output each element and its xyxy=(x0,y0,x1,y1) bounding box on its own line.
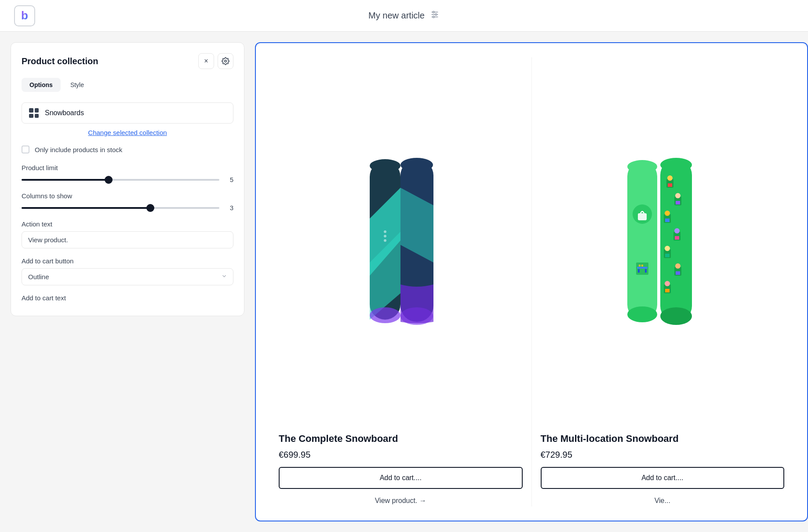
svg-rect-24 xyxy=(641,265,643,266)
columns-value: 3 xyxy=(226,204,233,211)
svg-point-14 xyxy=(400,158,433,172)
product-image-2 xyxy=(541,57,785,424)
svg-point-50 xyxy=(665,281,670,286)
svg-rect-39 xyxy=(665,219,670,222)
product-card-1: SHOFY The Complete Snowboard €699.95 Add… xyxy=(270,57,531,506)
svg-point-32 xyxy=(667,175,673,181)
svg-rect-27 xyxy=(645,269,647,273)
product-limit-value: 5 xyxy=(226,176,233,183)
svg-text:SHOFY: SHOFY xyxy=(449,203,466,277)
snowboard-green-svg xyxy=(597,153,728,328)
svg-point-11 xyxy=(384,235,386,237)
collection-name: Snowboards xyxy=(45,109,84,117)
add-to-cart-btn-1[interactable]: Add to cart.... xyxy=(279,467,523,489)
product-limit-section: Product limit 5 xyxy=(22,164,233,183)
svg-point-6 xyxy=(225,60,227,62)
svg-rect-26 xyxy=(638,269,640,273)
products-grid: SHOFY The Complete Snowboard €699.95 Add… xyxy=(256,43,807,521)
svg-point-18 xyxy=(627,160,657,173)
add-to-cart-select[interactable]: Outline Filled None xyxy=(22,268,233,285)
svg-rect-45 xyxy=(665,254,670,257)
settings-button[interactable] xyxy=(218,53,233,69)
add-to-cart-text-label: Add to cart text xyxy=(22,294,233,302)
product-title-2: The Multi-location Snowboard xyxy=(541,433,785,445)
product-limit-label: Product limit xyxy=(22,164,233,171)
svg-point-8 xyxy=(370,159,400,172)
stock-checkbox-row[interactable]: Only include products in stock xyxy=(22,146,233,153)
svg-point-47 xyxy=(675,263,681,269)
product-image-1: SHOFY xyxy=(279,57,523,424)
svg-rect-42 xyxy=(675,236,679,240)
columns-track[interactable] xyxy=(22,207,219,209)
svg-rect-25 xyxy=(637,267,648,269)
tab-style[interactable]: Style xyxy=(62,78,92,92)
main-layout: Product collection × Options Style xyxy=(0,32,808,532)
snowboard-shofy-svg: SHOFY xyxy=(335,153,466,328)
stock-label: Only include products in stock xyxy=(35,146,122,153)
left-panel: Product collection × Options Style xyxy=(0,32,255,532)
add-to-cart-btn-2[interactable]: Add to cart.... xyxy=(541,467,785,489)
add-to-cart-button-label: Add to cart button xyxy=(22,257,233,265)
svg-point-30 xyxy=(660,307,692,325)
stock-checkbox[interactable] xyxy=(22,146,29,153)
svg-point-5 xyxy=(433,16,434,18)
right-panel: SHOFY The Complete Snowboard €699.95 Add… xyxy=(255,32,808,532)
svg-point-35 xyxy=(675,193,681,198)
svg-rect-33 xyxy=(668,183,672,187)
tab-options[interactable]: Options xyxy=(22,78,61,92)
add-to-cart-button-section: Add to cart button Outline Filled None xyxy=(22,257,233,285)
panel-card: Product collection × Options Style xyxy=(11,42,244,316)
svg-point-10 xyxy=(384,230,386,233)
svg-point-19 xyxy=(627,306,657,322)
columns-label: Columns to show xyxy=(22,192,233,200)
product-limit-thumb[interactable] xyxy=(105,176,113,184)
product-limit-fill xyxy=(22,179,109,181)
change-collection-link[interactable]: Change selected collection xyxy=(88,129,167,136)
panel-title: Product collection xyxy=(22,56,98,66)
svg-point-29 xyxy=(660,158,692,172)
view-product-btn-1[interactable]: View product. → xyxy=(279,495,523,506)
svg-point-12 xyxy=(384,239,386,242)
panel-header: Product collection × xyxy=(22,53,233,69)
product-price-1: €699.95 xyxy=(279,450,523,460)
svg-point-4 xyxy=(435,14,437,15)
action-text-input[interactable] xyxy=(22,231,233,248)
svg-rect-17 xyxy=(627,161,657,320)
svg-point-3 xyxy=(433,11,434,13)
product-card-2: The Multi-location Snowboard €729.95 Add… xyxy=(531,57,793,506)
preview-frame: SHOFY The Complete Snowboard €699.95 Add… xyxy=(255,42,808,521)
svg-point-9 xyxy=(370,307,400,323)
tabs: Options Style xyxy=(22,78,233,92)
close-button[interactable]: × xyxy=(198,53,214,69)
columns-thumb[interactable] xyxy=(146,204,154,212)
sliders-icon[interactable] xyxy=(430,10,440,22)
article-title: My new article xyxy=(368,11,425,21)
product-price-2: €729.95 xyxy=(541,450,785,460)
collection-selector: Snowboards xyxy=(22,102,233,124)
header-title-area: My new article xyxy=(368,10,440,22)
action-text-section: Action text xyxy=(22,220,233,248)
view-product-btn-2[interactable]: Vie... xyxy=(541,495,785,506)
change-collection-area: Change selected collection xyxy=(22,129,233,137)
app-logo: b xyxy=(14,5,35,26)
product-limit-slider-row: 5 xyxy=(22,176,233,183)
columns-fill xyxy=(22,207,150,209)
svg-rect-36 xyxy=(676,201,680,204)
product-limit-track[interactable] xyxy=(22,179,219,181)
svg-rect-48 xyxy=(676,271,680,275)
svg-point-38 xyxy=(665,211,670,216)
columns-section: Columns to show 3 xyxy=(22,192,233,211)
svg-rect-23 xyxy=(639,265,641,266)
product-title-1: The Complete Snowboard xyxy=(279,433,523,445)
svg-rect-21 xyxy=(638,213,647,220)
columns-slider-row: 3 xyxy=(22,204,233,211)
svg-point-41 xyxy=(674,228,680,233)
action-text-label: Action text xyxy=(22,220,233,228)
app-header: b My new article xyxy=(0,0,808,32)
grid-icon xyxy=(29,108,39,118)
add-to-cart-select-wrap: Outline Filled None xyxy=(22,268,233,285)
logo-letter: b xyxy=(21,9,28,22)
svg-point-44 xyxy=(665,246,670,251)
panel-actions: × xyxy=(198,53,233,69)
svg-rect-51 xyxy=(665,289,670,292)
